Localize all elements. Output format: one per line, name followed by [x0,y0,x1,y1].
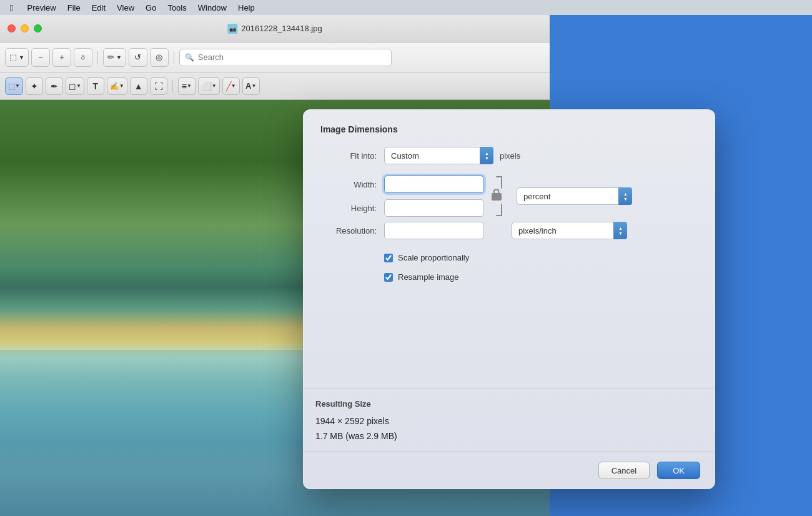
markup-button[interactable]: ✏ ▼ [103,48,126,67]
minimize-button[interactable] [21,24,29,32]
menu-view[interactable]: View [112,2,139,14]
shape-arrow-icon: ▼ [76,83,81,89]
magic-wand-button[interactable]: ✦ [26,77,43,95]
resulting-size-value: 1944 × 2592 pixels [315,416,703,426]
traffic-lights [7,24,42,32]
font-icon: A [245,81,251,91]
image-dimensions-dialog: Image Dimensions Fit into: Custom pixels… [303,109,715,489]
height-row: Height: 100 [320,199,484,217]
drawing-toolbar: ⬚ ▼ ✦ ✒ ◻ ▼ T ✍ ▼ ▲ ⛶ ≡ ▼ ⬜ [0,72,550,100]
border-button[interactable]: ⬜ ▼ [198,77,220,95]
dialog-content: Image Dimensions Fit into: Custom pixels… [303,109,715,389]
selection-tool-button[interactable]: ⬚ ▼ [5,77,23,95]
border-icon: ⬜ [201,81,212,91]
magic-wand-icon: ✦ [31,81,38,91]
checkboxes-section: Scale proportionally Resample image [320,247,698,282]
scale-proportionally-row: Scale proportionally [384,253,698,262]
ok-button[interactable]: OK [657,462,700,479]
selection-icon: ⬚ [8,82,15,91]
close-button[interactable] [7,24,16,32]
zoom-out-button[interactable]: − [31,48,50,67]
text-icon: T [93,81,99,91]
search-input[interactable] [198,52,386,62]
width-unit-select[interactable]: percent [517,187,632,205]
fit-into-row: Fit into: Custom pixels [320,147,698,164]
menu-edit[interactable]: Edit [87,2,111,14]
shape-button[interactable]: ◻ ▼ [66,77,84,95]
resulting-size-section: Resulting Size 1944 × 2592 pixels 1.7 MB… [303,389,715,451]
menu-file[interactable]: File [62,2,86,14]
signature-button[interactable]: ✍ ▼ [107,77,127,95]
apple-menu[interactable]:  [5,1,18,14]
dropdown-arrow-2-icon: ▼ [116,54,122,61]
resolution-unit-select[interactable]: pixels/inch [512,222,627,239]
zoom-in-icon: + [59,52,64,62]
width-row: Width: 100 [320,176,484,193]
shape-icon: ◻ [69,81,76,91]
share-icon: ⎏ [81,52,86,62]
crop-button[interactable]: ⛶ [150,77,167,95]
width-unit-wrapper: percent [517,187,632,205]
fit-into-select-wrapper: Custom [384,147,493,164]
resample-image-row: Resample image [384,272,698,282]
width-input[interactable]: 100 [384,176,484,193]
zoom-out-icon: − [38,52,43,62]
scale-proportionally-checkbox[interactable] [384,254,393,262]
location-icon: ◎ [156,52,162,62]
resample-image-label: Resample image [398,272,459,282]
font-arrow-icon: ▼ [251,83,256,89]
stroke-icon: ╱ [226,81,231,91]
adjust-icon: ▲ [134,81,143,91]
resulting-size-title: Resulting Size [315,399,703,409]
dropdown-icon: ▼ [15,83,20,89]
pen-button[interactable]: ✒ [46,77,63,95]
sidebar-toggle-button[interactable]: ⬚ ▼ [5,48,29,67]
maximize-button[interactable] [34,24,42,32]
rotate-left-icon: ↺ [134,52,141,62]
lock-bracket-svg [489,176,504,217]
sig-arrow-icon: ▼ [119,83,124,89]
menu-go[interactable]: Go [141,2,161,14]
sidebar-icon: ⬚ [9,52,17,62]
width-label: Width: [320,180,377,189]
cancel-button[interactable]: Cancel [598,462,650,479]
toolbar-separator-2 [174,51,174,64]
stroke-arrow-icon: ▼ [231,83,236,89]
fit-into-unit-label: pixels [500,151,520,161]
svg-rect-0 [492,193,502,201]
text-button[interactable]: T [87,77,104,95]
resample-image-checkbox[interactable] [384,273,393,282]
menu-tools[interactable]: Tools [162,2,191,14]
resolution-input[interactable]: 72 [384,222,484,239]
adjust-button[interactable]: ▲ [130,77,147,95]
share-button[interactable]: ⎏ [74,48,92,67]
markup-icon: ✏ [107,52,114,62]
toolbar-separator-1 [97,51,98,64]
resolution-row: Resolution: 72 pixels/inch [320,222,698,239]
location-button[interactable]: ◎ [150,48,169,67]
font-button[interactable]: A ▼ [242,77,260,95]
stroke-button[interactable]: ╱ ▼ [222,77,240,95]
lock-bracket [489,176,504,217]
menu-window[interactable]: Window [193,2,232,14]
rotate-left-button[interactable]: ↺ [129,48,147,67]
window-title: 📷 20161228_134418.jpg [227,24,322,34]
lines-button[interactable]: ≡ ▼ [178,77,196,95]
signature-icon: ✍ [110,82,119,91]
search-icon: 🔍 [185,53,194,62]
crop-icon: ⛶ [154,81,163,91]
fit-into-select[interactable]: Custom [384,147,493,164]
dropdown-arrow-icon: ▼ [19,54,24,61]
menu-help[interactable]: Help [233,2,260,14]
search-box[interactable]: 🔍 [179,49,392,66]
zoom-in-button[interactable]: + [52,48,71,67]
pen-icon: ✒ [51,81,58,91]
menu-preview[interactable]: Preview [22,2,61,14]
menu-bar:  Preview File Edit View Go Tools Window… [0,0,812,15]
file-icon: 📷 [227,24,237,34]
title-bar: 📷 20161228_134418.jpg [0,15,550,42]
width-height-section: Width: 100 Height: 100 [320,176,698,217]
draw-separator [172,80,173,92]
height-input[interactable]: 100 [384,199,484,217]
toolbar: ⬚ ▼ − + ⎏ ✏ ▼ ↺ ◎ 🔍 [0,42,550,72]
